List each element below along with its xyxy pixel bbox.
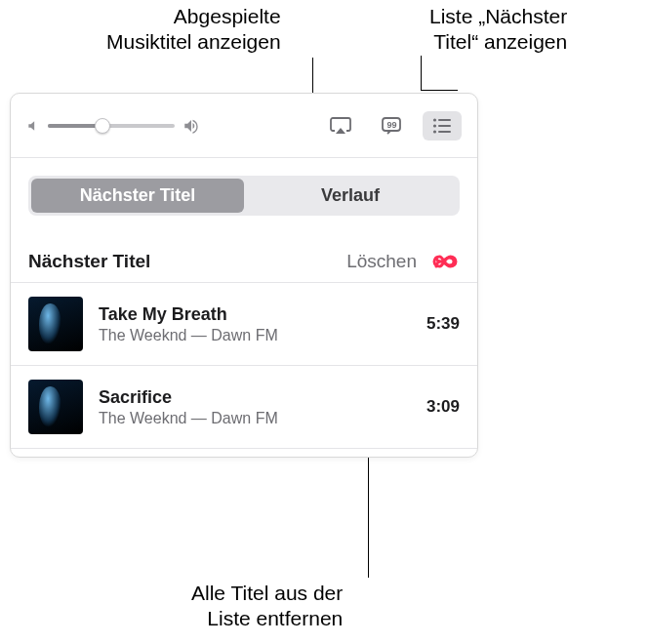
track-title: Take My Breath [99, 304, 411, 325]
upnext-list-button[interactable] [423, 111, 462, 141]
leader-line [421, 56, 422, 90]
volume-slider[interactable] [48, 124, 175, 128]
volume-control[interactable] [26, 117, 200, 135]
track-duration: 5:39 [426, 314, 460, 334]
clear-button[interactable]: Löschen [346, 251, 417, 272]
segmented-control: Nächster Titel Verlauf [28, 176, 460, 216]
track-row[interactable]: Sacrifice The Weeknd — Dawn FM 3:09 [11, 366, 477, 449]
svg-rect-7 [438, 131, 451, 133]
playing-next-panel: 99 Nächster Titel Verlauf Nächster Titel… [10, 93, 478, 458]
svg-rect-5 [438, 125, 451, 127]
lyrics-button[interactable]: 99 [372, 111, 411, 141]
track-subtitle: The Weeknd — Dawn FM [99, 327, 411, 344]
track-subtitle: The Weeknd — Dawn FM [99, 410, 411, 427]
tab-upnext[interactable]: Nächster Titel [31, 179, 244, 213]
callout-upnext-list: Liste „Nächster Titel“ anzeigen [429, 4, 567, 56]
album-art [28, 297, 83, 351]
tab-history[interactable]: Verlauf [244, 179, 457, 213]
svg-rect-3 [438, 119, 451, 121]
section-title: Nächster Titel [28, 251, 150, 272]
section-header: Nächster Titel Löschen [11, 216, 477, 283]
callout-history: Abgespielte Musiktitel anzeigen [106, 4, 281, 56]
toolbar: 99 [11, 94, 477, 157]
track-duration: 3:09 [426, 397, 460, 417]
svg-point-2 [433, 118, 436, 121]
track-title: Sacrifice [99, 387, 411, 408]
svg-point-4 [433, 124, 436, 127]
svg-text:99: 99 [387, 120, 397, 130]
airplay-button[interactable] [321, 111, 360, 141]
svg-point-6 [433, 130, 436, 133]
album-art [28, 380, 83, 434]
callout-clear: Alle Titel aus der Liste entfernen [191, 581, 343, 632]
leader-line [421, 90, 458, 91]
infinity-icon[interactable] [430, 252, 460, 271]
volume-low-icon [26, 119, 40, 133]
volume-high-icon [183, 117, 200, 135]
track-row[interactable]: Take My Breath The Weeknd — Dawn FM 5:39 [11, 283, 477, 366]
